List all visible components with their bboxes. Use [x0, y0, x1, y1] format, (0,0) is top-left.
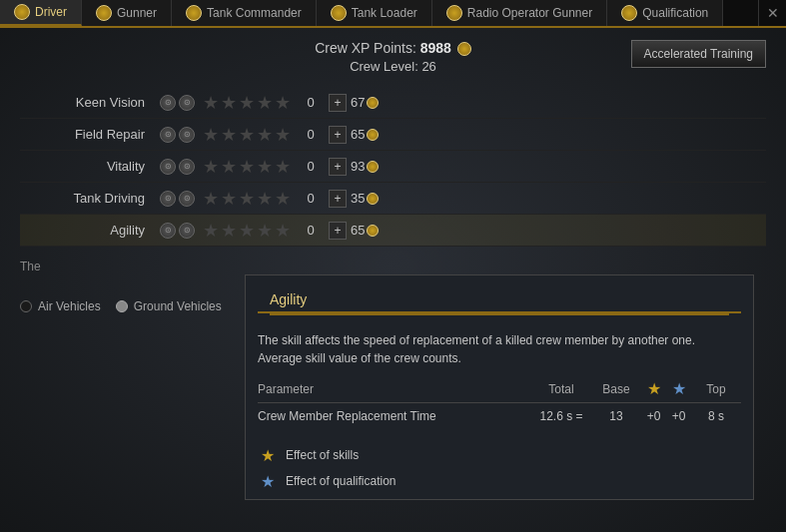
skill-icon-2: ⊙ [179, 95, 195, 111]
star-1: ★ [203, 126, 219, 144]
gold-star-legend: ★ [261, 446, 275, 465]
skill-row-agility[interactable]: Agility ⊙ ⊙ ★ ★ ★ ★ ★ 0 + 65 [20, 215, 766, 247]
star-4: ★ [257, 126, 273, 144]
header-qual-star: ★ [666, 379, 691, 398]
star-2: ★ [221, 94, 237, 112]
tooltip-title: Agility [258, 283, 741, 313]
skill-icon-2: ⊙ [179, 191, 195, 207]
tab-qualification[interactable]: Qualification [607, 0, 723, 26]
blue-star-header: ★ [672, 380, 686, 397]
xp-cost-tank-driving: 35 [351, 191, 379, 206]
skill-icon-1: ⊙ [160, 127, 176, 143]
close-button[interactable]: ✕ [758, 0, 786, 26]
stars-keen-vision: ★ ★ ★ ★ ★ [203, 94, 291, 112]
skill-row-vitality[interactable]: Vitality ⊙ ⊙ ★ ★ ★ ★ ★ 0 + 93 [20, 151, 766, 183]
legend-skills: ★ Effect of skills [258, 445, 741, 465]
header-base-star: ★ [641, 379, 666, 398]
tab-gunner[interactable]: Gunner [82, 0, 172, 26]
skill-plus-tank-driving[interactable]: + [329, 190, 347, 208]
skill-icon-1: ⊙ [160, 191, 176, 207]
star-4: ★ [257, 158, 273, 176]
stars-tank-driving: ★ ★ ★ ★ ★ [203, 190, 291, 208]
legend-qualification: ★ Effect of qualification [258, 471, 741, 491]
param-base-bonus: +0 [641, 409, 666, 423]
param-replacement: Crew Member Replacement Time [258, 409, 531, 423]
skill-icon-2: ⊙ [179, 127, 195, 143]
tab-driver[interactable]: Driver [0, 0, 82, 26]
xp-cost-keen-vision: 67 [351, 95, 379, 110]
tab-tank-loader[interactable]: Tank Loader [317, 0, 432, 26]
star-2: ★ [221, 158, 237, 176]
xp-cost-icon [367, 97, 379, 109]
stars-vitality: ★ ★ ★ ★ ★ [203, 158, 291, 176]
xp-cost-value: 67 [351, 95, 365, 110]
legend-skills-icon: ★ [258, 445, 278, 465]
stars-agility: ★ ★ ★ ★ ★ [203, 222, 291, 240]
skill-icons-agility: ⊙ ⊙ [160, 223, 195, 239]
star-2: ★ [221, 126, 237, 144]
legend-skills-text: Effect of skills [286, 448, 359, 462]
skills-table: Keen Vision ⊙ ⊙ ★ ★ ★ ★ ★ 0 + 67 Field R… [20, 87, 766, 247]
star-4: ★ [257, 222, 273, 240]
tooltip-table: Parameter Total Base ★ ★ Top Crew Member… [258, 375, 741, 429]
skill-icons-vitality: ⊙ ⊙ [160, 159, 195, 175]
ground-vehicles-option[interactable]: Ground Vehicles [116, 299, 222, 313]
star-3: ★ [239, 190, 255, 208]
xp-cost-icon [367, 225, 379, 237]
star-5: ★ [275, 94, 291, 112]
skill-plus-keen-vision[interactable]: + [329, 94, 347, 112]
star-1: ★ [203, 158, 219, 176]
star-5: ★ [275, 222, 291, 240]
skill-icons-field-repair: ⊙ ⊙ [160, 127, 195, 143]
tab-radio-operator[interactable]: Radio Operator Gunner [432, 0, 607, 26]
xp-cost-value: 93 [351, 159, 365, 174]
skill-count-field-repair: 0 [301, 127, 321, 142]
commander-tab-icon [186, 5, 202, 21]
skill-plus-vitality[interactable]: + [329, 158, 347, 176]
skill-icon-2: ⊙ [179, 159, 195, 175]
ground-vehicles-radio[interactable] [116, 300, 128, 312]
skill-row-field-repair[interactable]: Field Repair ⊙ ⊙ ★ ★ ★ ★ ★ 0 + 65 [20, 119, 766, 151]
skill-name-field-repair: Field Repair [20, 127, 160, 142]
legend-qual-icon: ★ [258, 471, 278, 491]
star-4: ★ [257, 94, 273, 112]
skill-plus-field-repair[interactable]: + [329, 126, 347, 144]
star-5: ★ [275, 158, 291, 176]
skill-count-keen-vision: 0 [301, 95, 321, 110]
star-5: ★ [275, 190, 291, 208]
skill-plus-agility[interactable]: + [329, 222, 347, 240]
tab-tank-commander[interactable]: Tank Commander [172, 0, 317, 26]
header-base: Base [591, 382, 641, 396]
gold-star-header: ★ [647, 380, 661, 397]
skill-row-keen-vision[interactable]: Keen Vision ⊙ ⊙ ★ ★ ★ ★ ★ 0 + 67 [20, 87, 766, 119]
skill-name-agility: Agility [20, 223, 160, 238]
param-base: 13 [591, 409, 641, 423]
param-total: 12.6 s = [531, 409, 591, 423]
star-4: ★ [257, 190, 273, 208]
skill-count-vitality: 0 [301, 159, 321, 174]
param-top: 8 s [691, 409, 741, 423]
radio-tab-icon [446, 5, 462, 21]
star-1: ★ [203, 190, 219, 208]
vehicle-selector: Air Vehicles Ground Vehicles [20, 299, 222, 313]
tab-driver-label: Driver [35, 5, 67, 19]
driver-tab-icon [14, 4, 30, 20]
tab-radio-label: Radio Operator Gunner [467, 6, 592, 20]
xp-cost-icon [367, 193, 379, 205]
header-top: Top [691, 382, 741, 396]
xp-cost-value: 65 [351, 223, 365, 238]
skill-count-agility: 0 [301, 223, 321, 238]
crew-level-display: Crew Level: 26 [269, 59, 517, 74]
star-2: ★ [221, 222, 237, 240]
accelerated-training-button[interactable]: Accelerated Training [631, 40, 766, 68]
skill-name-keen-vision: Keen Vision [20, 95, 160, 110]
skill-row-tank-driving[interactable]: Tank Driving ⊙ ⊙ ★ ★ ★ ★ ★ 0 + 35 [20, 183, 766, 215]
xp-cost-value: 65 [351, 127, 365, 142]
air-vehicles-option[interactable]: Air Vehicles [20, 299, 101, 313]
tooltip-legend: ★ Effect of skills ★ Effect of qualifica… [246, 437, 753, 499]
agility-tooltip: Agility The skill affects the speed of r… [245, 274, 754, 500]
air-vehicles-radio[interactable] [20, 300, 32, 312]
skill-count-tank-driving: 0 [301, 191, 321, 206]
skill-name-tank-driving: Tank Driving [20, 191, 160, 206]
xp-label: Crew XP Points: [315, 40, 416, 56]
